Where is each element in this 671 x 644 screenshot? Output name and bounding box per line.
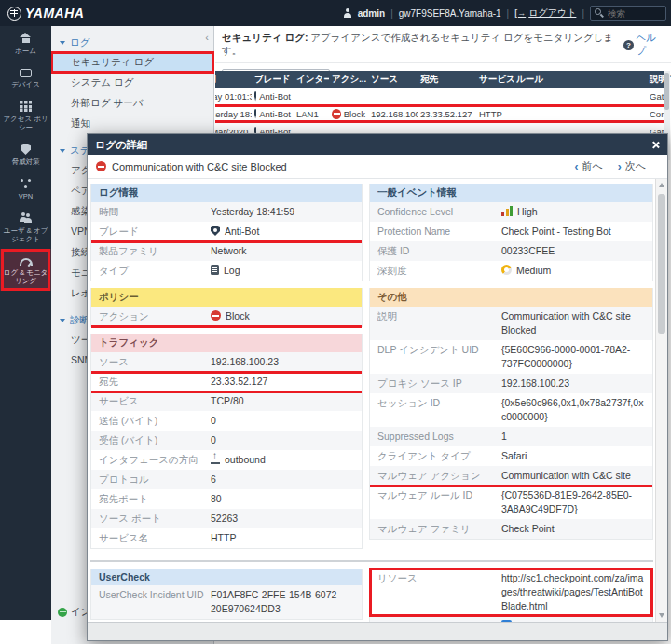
triangle-down-icon [60,319,65,322]
cell-desc: Communi... [647,105,664,122]
column-header[interactable]: サービス [476,71,514,88]
dialog-title: ログの詳細 [95,138,147,152]
detail-column-right: 一般イベント情報Confidence LevelHighProtection N… [369,184,653,546]
cell-dest [418,88,476,104]
sidebar-item[interactable]: 外部ログ サーバ [51,93,213,114]
detail-row: サービスTCP/80 [91,391,362,411]
detail-label: Suppressed Logs [377,430,501,444]
rail-item-threat[interactable]: 脅威対策 [0,137,51,171]
detail-value: Communication with C&C site Blocked [501,309,645,337]
scrollbar-thumb[interactable] [658,194,665,334]
detail-label: Confidence Level [377,205,501,219]
detail-value: HTTP [211,531,354,545]
yamaha-logo: YAMAHA [7,6,84,21]
column-header[interactable]: ルール [514,71,647,88]
page-title: セキュリティ ログ: アプライアンスで作成されるセキュリティ ログをモニタリング… [222,32,623,58]
rail-item-label: 脅威対策 [12,158,40,166]
detail-value-text: {5E60C966-0000-0001-78A2-737FC0000000} [501,343,645,371]
table-row[interactable]: Yesterday 18:...Anti-BotLAN1Block192.168… [215,105,664,123]
detail-label: ソース [99,355,211,369]
column-header[interactable]: アクシ... [329,71,368,88]
sidebar-item[interactable]: システム ログ [51,73,213,93]
app-root: YAMAHA admin | gw7F9SEF8A.Yamaha-1 | [→ … [0,0,671,644]
chevron-left-icon: ‹ [574,160,578,173]
sidebar-section-title[interactable]: ログ [51,34,213,52]
detail-row: リソースhttp://sc1.checkpoint.com/za/images/… [370,569,652,616]
detail-row: インタフェースの方向outbound [91,450,362,470]
detail-value-text: http://sc1.checkpoint.com/za/images/thre… [501,571,645,613]
separator: | [507,8,510,19]
column-header[interactable]: インター... [294,71,329,88]
column-header[interactable]: ソース [368,71,418,88]
detail-row: 送信 (バイト)0 [91,411,362,431]
detail-row: アクションBlock [91,307,362,326]
cell-source [368,88,418,104]
sidebar-item[interactable]: 通知 [51,114,213,134]
rail-item-label: ホーム [15,47,36,55]
rail-item-logmon[interactable]: ログ & モニタリング [0,249,51,291]
detail-value: 1 [501,430,645,444]
prev-button[interactable]: ‹ 前へ [574,159,602,173]
detail-row: 保護 ID00233CFEE [370,241,652,261]
detail-label: 宛先 [99,375,211,389]
detail-row: 受信 (バイト)0 [91,431,362,450]
detail-row: ソース ポート52263 [91,509,362,528]
cell-blade: Anti-Bot [252,105,294,122]
detail-value-text: 192.168.100.23 [211,355,279,369]
next-button[interactable]: › 次へ [618,159,646,173]
detail-value-text: Yesterday 18:41:59 [211,205,294,219]
global-search[interactable] [590,6,666,21]
rail-item-grid[interactable]: アクセス ポリシー [0,94,51,137]
logout-link[interactable]: [→ ログアウト [514,7,576,20]
detail-row: タイプLog [91,261,362,281]
detail-value: Safari [501,449,645,463]
detail-value-text: Communication with C&C site Blocked [501,309,645,337]
cell-text: LAN1 [296,109,319,119]
dialog-subheader: Communication with C&C site Blocked ‹ 前へ… [88,155,667,179]
detail-row: Suppressed Logs1 [370,427,652,446]
detail-column-left-bottom: UserCheckUserCheck Incident UIDF01AF8FC-… [90,569,363,622]
detail-label: 宛先ポート [99,492,211,506]
sidebar-item[interactable]: セキュリティ ログ [51,52,213,73]
top-bar: YAMAHA admin | gw7F9SEF8A.Yamaha-1 | [→ … [0,0,671,26]
rail-item-home[interactable]: ホーム [0,26,51,61]
detail-value: F01AF8FC-2FFE-154B-6072-20E970624DD3 [211,588,354,616]
threat-icon [21,144,31,155]
cell-service: HTTP [476,105,514,122]
dialog-footer [88,622,667,640]
cell-text: Yesterday 18:... [215,109,252,119]
dialog-scrollbar[interactable] [655,179,667,622]
global-search-input[interactable] [606,7,662,20]
scroll-down-icon[interactable] [659,613,664,618]
detail-row: UserCheck Incident UIDF01AF8FC-2FFE-154B… [91,585,362,619]
sidebar-collapse-chevron[interactable]: ‹ [205,32,209,43]
detail-value-text: Safari [501,449,527,463]
detail-label: タイプ [99,264,211,278]
help-link[interactable]: ヘルプ [623,32,665,58]
column-header[interactable]: ブレード [252,71,294,88]
detail-value: {5E60C966-0000-0001-78A2-737FC0000000} [501,343,645,371]
column-header[interactable]: 時間 [215,71,252,88]
detail-label: アクション [99,309,211,323]
detail-label: マルウェア アクション [377,469,501,483]
detail-section-header: UserCheck [91,569,362,585]
table-row[interactable]: Today 01:01:35Anti-BotGateway w. [215,88,664,105]
detail-value-text: 23.33.52.127 [211,375,267,389]
rail-item-vpn[interactable]: VPN [0,171,51,206]
rail-item-users[interactable]: ユーザ & オブジェクト [0,206,51,249]
detail-row: マルウェア ルール ID{C075536D-81E9-2642-85E0-3A8… [370,486,652,519]
cell-text: HTTP [479,109,502,119]
cell-text: Anti-Bot [259,109,291,119]
column-header[interactable]: 宛先 [418,71,476,88]
help-label: ヘルプ [637,32,665,58]
detail-row: 深刻度Medium [370,261,652,281]
detail-value: Medium [501,264,645,278]
detail-value: 23.33.52.127 [211,375,354,389]
scroll-up-icon[interactable] [659,183,664,187]
detail-label: UserCheck Incident UID [99,588,211,616]
close-icon[interactable] [651,141,660,149]
cell-blade: Anti-Bot [252,88,294,104]
detail-section: トラフィックソース192.168.100.23宛先23.33.52.127サービ… [90,334,363,549]
column-header[interactable]: 説明 [647,71,664,88]
rail-item-device[interactable]: デバイス [0,61,51,94]
